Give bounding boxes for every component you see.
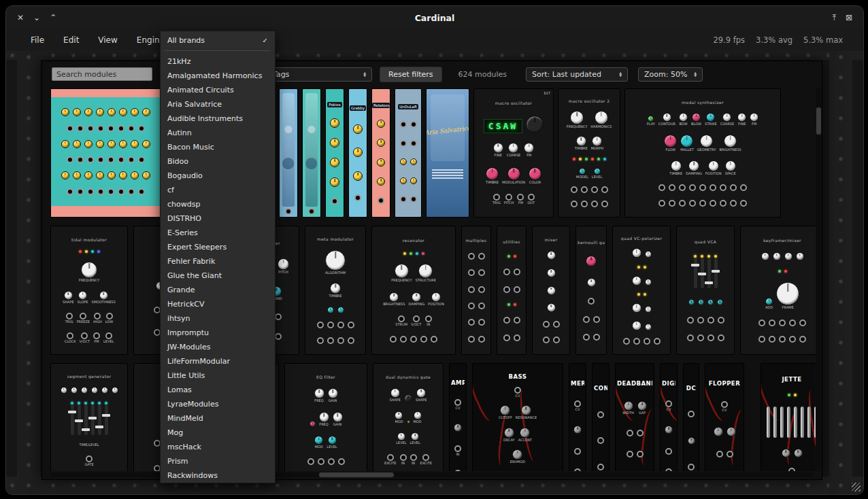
led-indicator xyxy=(637,293,640,296)
brand-menu-item[interactable]: Expert Sleepers xyxy=(161,240,275,254)
module-panel[interactable]: CONV xyxy=(592,363,610,471)
module-panel[interactable]: multiples xyxy=(461,226,491,355)
brand-menu-item[interactable]: Lomas xyxy=(161,383,275,397)
zoom-select[interactable]: Zoom: 50% ▲ ▼ xyxy=(638,67,703,82)
jack xyxy=(67,188,73,195)
module-panel[interactable]: macro oscillatorEXTCSAWFINECOARSEFMTIMBR… xyxy=(473,88,554,218)
jack xyxy=(454,399,461,406)
module-panel[interactable]: FLOPPERCV0-10V xyxy=(705,363,744,471)
brand-menu-item[interactable]: LyraeModules xyxy=(161,397,275,411)
brand-menu-item[interactable]: Bacon Music xyxy=(161,140,275,154)
brand-menu-item[interactable]: Prism xyxy=(161,454,275,468)
jack xyxy=(67,125,73,132)
brand-menu-item[interactable]: ihtsyn xyxy=(161,311,275,326)
module-panel[interactable]: tidal modulatorFREQUENCYSHAPESLOPESMOOTH… xyxy=(50,226,128,355)
module-grid: PokiesGrabbyRotatoesUnDuLaRAria Salvatri… xyxy=(42,88,816,471)
brand-menu-item[interactable]: All brands✓ xyxy=(161,33,275,48)
chevron-up-icon[interactable]: ⌃ xyxy=(50,14,56,22)
jack xyxy=(338,458,345,465)
module-panel[interactable]: mixer xyxy=(532,226,570,355)
module-panel[interactable]: quad VC-polarizer xyxy=(612,226,671,355)
jack xyxy=(658,200,665,207)
knob xyxy=(131,140,139,148)
brand-menu-item[interactable]: JW-Modules xyxy=(161,340,275,354)
jack xyxy=(588,298,595,305)
brand-menu-item[interactable]: mscHack xyxy=(161,440,275,454)
brand-menu-item[interactable]: Grande xyxy=(161,283,275,297)
module-panel[interactable] xyxy=(302,88,321,218)
brand-menu-item[interactable]: Animated Circuits xyxy=(161,83,275,97)
module-panel[interactable]: MERACV xyxy=(569,363,586,471)
brand-menu-item[interactable]: Bidoo xyxy=(161,154,275,169)
brand-menu-item[interactable]: Impromptu xyxy=(161,326,275,340)
module-panel[interactable]: dual dynamics gateSHAPESHAPEMODMODLEVELL… xyxy=(373,363,444,471)
module-panel[interactable]: JETTEINPUT xyxy=(761,363,816,471)
brand-menu-item[interactable]: 21kHz xyxy=(161,54,275,69)
search-input[interactable] xyxy=(52,67,152,81)
module-panel[interactable]: quad VCA xyxy=(676,226,735,355)
module-panel[interactable]: Rotatoes xyxy=(371,88,390,218)
jack xyxy=(128,125,135,132)
module-panel[interactable]: modal synthesizerPLAYCONTOURBOWBLOWSTRIK… xyxy=(624,88,781,218)
module-panel[interactable]: DEADBANDWIDTHGAP0-10V xyxy=(615,363,654,471)
brand-menu-item[interactable]: Rackwindows xyxy=(161,468,275,483)
brand-menu-item[interactable]: Bogaudio xyxy=(161,169,275,183)
module-panel[interactable]: AMPCVIN xyxy=(449,363,467,471)
jack-label: EXCITE xyxy=(384,462,396,466)
brand-menu-item[interactable]: Little Utils xyxy=(161,368,275,383)
brand-menu-item[interactable]: Amalgamated Harmonics xyxy=(161,69,275,83)
menu-file[interactable]: File xyxy=(27,34,48,46)
jack xyxy=(468,319,475,326)
module-panel[interactable]: utilities xyxy=(497,226,527,355)
brand-menu-item[interactable]: Fehler Fabrik xyxy=(161,254,275,269)
brand-menu-item[interactable]: chowdsp xyxy=(161,197,275,211)
menu-edit[interactable]: Edit xyxy=(59,34,83,46)
jack xyxy=(779,336,786,343)
module-panel[interactable]: segment generatorTIME/LEVELGATE xyxy=(50,363,128,471)
sort-select[interactable]: Sort: Last updated ▲ ▼ xyxy=(526,67,628,82)
module-panel[interactable]: UnDuLaR xyxy=(395,88,422,218)
module-panel[interactable]: DIGICV xyxy=(660,363,678,471)
jack xyxy=(97,188,104,195)
cable-trace xyxy=(639,409,654,466)
knob xyxy=(521,405,531,415)
brand-menu-item[interactable]: Mog xyxy=(161,426,275,440)
brand-menu-item[interactable]: LifeFormModular xyxy=(161,354,275,368)
vertical-scrollbar-thumb[interactable] xyxy=(816,107,821,135)
jack-label: TRIG xyxy=(65,320,73,324)
brand-menu-item[interactable]: DISTRHO xyxy=(161,211,275,226)
jack xyxy=(468,269,475,276)
brand-menu-item[interactable]: E-Series xyxy=(161,226,275,240)
module-panel[interactable]: meta modulatorALGORITHMTIMBRE xyxy=(305,226,366,355)
module-panel[interactable] xyxy=(50,88,161,218)
module-panel[interactable]: EQ filterFREQGAINFREQGAINMODLEVEL xyxy=(284,363,367,471)
brand-menu-item[interactable]: Audible Instruments xyxy=(161,111,275,126)
menu-view[interactable]: View xyxy=(94,34,121,46)
close-box-icon[interactable]: ⊠ xyxy=(846,14,852,22)
module-panel[interactable]: Grabby xyxy=(348,88,367,218)
module-panel[interactable]: Aria Salvatrice xyxy=(426,88,469,218)
keep-above-icon[interactable]: ⤒ xyxy=(833,14,836,22)
resize-grip[interactable] xyxy=(852,483,861,492)
close-window-icon[interactable]: ✕ xyxy=(17,14,24,22)
brand-menu-item[interactable]: Aria Salvatrice xyxy=(161,97,275,111)
brand-menu-item[interactable]: HetrickCV xyxy=(161,297,275,311)
module-panel[interactable]: resonatorFREQUENCYSTRUCTUREBRIGHTNESSDAM… xyxy=(371,226,456,355)
module-panel[interactable]: BASSCVCUTOFFRESONANCEDECAYACCENTENVMODGA… xyxy=(472,363,563,471)
tags-filter-select[interactable]: Tags ▲ ▼ xyxy=(267,67,372,82)
brand-menu-item[interactable]: Glue the Giant xyxy=(161,269,275,283)
module-panel[interactable]: bernoulli gate xyxy=(575,226,607,355)
module-panel[interactable]: DC xyxy=(683,363,699,471)
horizontal-scrollbar-thumb[interactable] xyxy=(319,472,394,477)
brand-menu-item[interactable]: MindMeld xyxy=(161,411,275,426)
jack xyxy=(118,188,124,195)
jack xyxy=(97,156,104,163)
reset-filters-button[interactable]: Reset filters xyxy=(380,67,442,82)
brand-menu-item[interactable]: Autinn xyxy=(161,126,275,140)
module-panel[interactable]: keyframer/mixerADDFRAME xyxy=(740,226,816,355)
brand-menu-item[interactable]: cf xyxy=(161,183,275,197)
module-panel[interactable] xyxy=(279,88,298,218)
module-panel[interactable]: Pokies xyxy=(325,88,344,218)
module-panel[interactable]: macro oscillator 2FREQUENCYHARMONICSTIMB… xyxy=(558,88,620,218)
chevron-down-icon[interactable]: ⌄ xyxy=(33,14,40,22)
